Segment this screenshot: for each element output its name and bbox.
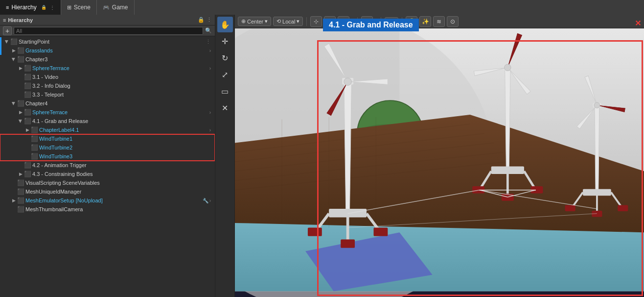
cube-icon-windturbine2: ⬛ xyxy=(31,144,38,151)
tree-item-windturbine2[interactable]: ▶ ⬛ WindTurbine2 xyxy=(0,143,215,152)
cube-icon-constraining: ⬛ xyxy=(24,171,31,177)
cube-icon-windturbine3: ⬛ xyxy=(31,153,38,160)
label-meshthumbnail: MeshThumbnailCamera xyxy=(25,206,211,212)
more-startingpoint[interactable]: ⋮ xyxy=(204,39,211,45)
label-grasslands: Grasslands xyxy=(25,48,208,53)
search-bar: + 🔍 xyxy=(0,25,215,36)
scene-canvas xyxy=(235,15,644,297)
tree-item-animtrigger[interactable]: ▶ ⬛ 4.2 - Animation Trigger xyxy=(0,161,215,170)
label-visualscripting: VisualScripting SceneVariables xyxy=(25,180,211,186)
svg-marker-45 xyxy=(595,105,599,193)
arrow-chapterlabel41[interactable]: ▶ xyxy=(24,126,31,133)
tab-hierarchy[interactable]: ≡ Hierarchy 🔒 ⋮ xyxy=(0,0,61,15)
cube-icon-chapter3: ⬛ xyxy=(17,56,24,63)
label-constraining: 4.3 - Constraining Bodies xyxy=(32,171,211,177)
tree-item-chapter4[interactable]: ▶ ⬛ Chapter4 xyxy=(0,99,215,108)
cube-icon-startingpoint: ⬛ xyxy=(10,38,17,45)
tree-item-meshthumbnail[interactable]: ▶ ⬛ MeshThumbnailCamera xyxy=(0,205,215,214)
hierarchy-header-icon: ≡ xyxy=(3,17,6,23)
label-windturbine1: WindTurbine1 xyxy=(39,136,211,142)
tree-item-meshuniqueid[interactable]: ▶ ⬛ MeshUniqueIdManager xyxy=(0,187,215,196)
panel-header-icons: 🔒 ⋮ xyxy=(198,17,212,23)
search-icon[interactable]: 🔍 xyxy=(205,27,212,34)
tree-item-windturbine1[interactable]: ▶ ⬛ WindTurbine1 xyxy=(0,134,215,143)
tree-item-teleport[interactable]: ▶ ⬛ 3.3 - Teleport xyxy=(0,90,215,99)
tree-item-meshemulator[interactable]: ▶ ⬛ MeshEmulatorSetup [NoUpload] 🔧 › xyxy=(0,196,215,205)
overlay-button[interactable]: ≋ xyxy=(433,16,445,27)
rect-tool-button[interactable]: ▭ xyxy=(217,83,233,99)
chevron-meshemulator: › xyxy=(209,198,211,203)
hand-tool-button[interactable]: ✋ xyxy=(217,17,233,32)
arrow-chapter3[interactable]: ▶ xyxy=(10,56,17,63)
cube-icon-grasslands: ⬛ xyxy=(17,47,24,54)
cube-icon-infodialog: ⬛ xyxy=(24,82,31,89)
arrow-constraining[interactable]: ▶ xyxy=(17,171,24,177)
hierarchy-header: ≡ Hierarchy 🔒 ⋮ xyxy=(0,15,215,25)
more-icon[interactable]: ⋮ xyxy=(207,17,212,23)
tree-item-sphereterrace1[interactable]: ▶ ⬛ SphereTerrrace › xyxy=(0,64,215,73)
tree-item-chapter3[interactable]: ▶ ⬛ Chapter3 xyxy=(0,55,215,64)
tree-item-chapterlabel41[interactable]: ▶ ⬛ ChapterLabel4.1 › xyxy=(0,125,215,134)
tree-item-grabrelease[interactable]: ▶ ⬛ 4.1 - Grab and Release xyxy=(0,117,215,125)
local-button[interactable]: ⟲ Local ▾ xyxy=(273,17,303,26)
cube-icon-animtrigger: ⬛ xyxy=(24,162,31,169)
move-snapping-button[interactable]: ⊹ xyxy=(310,16,322,27)
cube-icon-meshthumbnail: ⬛ xyxy=(17,206,24,213)
cube-icon-teleport: ⬛ xyxy=(24,91,31,98)
local-chevron: ▾ xyxy=(297,18,299,25)
svg-point-57 xyxy=(594,102,600,108)
hierarchy-menu-icon: ≡ xyxy=(6,4,9,10)
search-input[interactable] xyxy=(14,27,203,35)
tab-scene[interactable]: ⊞ Scene xyxy=(61,0,97,15)
hierarchy-lock-icon: 🔒 xyxy=(41,5,46,10)
arrow-grasslands[interactable]: ▶ xyxy=(10,47,17,54)
label-grabrelease: 4.1 - Grab and Release xyxy=(32,118,211,124)
center-button[interactable]: ⊕ Center ▾ xyxy=(238,17,271,26)
tree-item-constraining[interactable]: ▶ ⬛ 4.3 - Constraining Bodies xyxy=(0,170,215,178)
lock-icon[interactable]: 🔒 xyxy=(198,17,205,23)
arrow-meshemulator[interactable]: ▶ xyxy=(10,197,17,204)
arrow-chapter4[interactable]: ▶ xyxy=(10,100,17,107)
cube-icon-meshuniqueid: ⬛ xyxy=(17,188,24,195)
label-animtrigger: 4.2 - Animation Trigger xyxy=(32,162,211,168)
label-windturbine3: WindTurbine3 xyxy=(39,153,211,159)
blue-bar xyxy=(0,37,1,46)
tree-item-grasslands[interactable]: ▶ ⬛ Grasslands › xyxy=(0,46,215,55)
top-tabs: ≡ Hierarchy 🔒 ⋮ ⊞ Scene 🎮 Game xyxy=(0,0,644,15)
tree-item-sphereterrace2[interactable]: ▶ ⬛ SphereTerrace › xyxy=(0,108,215,117)
fx-button[interactable]: ✨ xyxy=(419,16,431,27)
tab-game[interactable]: 🎮 Game xyxy=(97,0,135,15)
hierarchy-tree: ▶ ⬛ StartingPoint ⋮ ▶ ⬛ Grasslands › ▶ ⬛ xyxy=(0,36,215,297)
arrow-sphereterrace2[interactable]: ▶ xyxy=(17,109,24,116)
cube-icon-windturbine1: ⬛ xyxy=(31,135,38,142)
rotate-tool-button[interactable]: ↻ xyxy=(217,50,233,66)
mesh-extra-icon: 🔧 xyxy=(203,198,208,203)
tree-item-infodialog[interactable]: ▶ ⬛ 3.2 - Info Dialog xyxy=(0,81,215,90)
close-button[interactable]: ✕ xyxy=(635,19,641,28)
hierarchy-more-icon[interactable]: ⋮ xyxy=(50,5,55,10)
arrow-grabrelease[interactable]: ▶ xyxy=(17,118,24,124)
arrow-sphereterrace1[interactable]: ▶ xyxy=(17,65,24,72)
tools-panel: ✋ ✛ ↻ ⤢ ▭ ✕ xyxy=(215,15,235,297)
move-tool-button[interactable]: ✛ xyxy=(217,33,233,49)
label-chapter3: Chapter3 xyxy=(25,56,211,62)
scene-svg xyxy=(235,15,644,297)
label-startingpoint: StartingPoint xyxy=(19,39,204,45)
tree-item-visualscripting[interactable]: ▶ ⬛ VisualScripting SceneVariables xyxy=(0,178,215,187)
add-button[interactable]: + xyxy=(3,26,12,35)
arrow-startingpoint[interactable]: ▶ xyxy=(3,38,10,45)
tree-item-windturbine3[interactable]: ▶ ⬛ WindTurbine3 xyxy=(0,152,215,161)
scene-view: 4.1 - Grab and Release ✕ ✋ ✛ ↻ ⤢ ▭ ✕ xyxy=(215,15,644,297)
svg-rect-21 xyxy=(308,228,322,236)
svg-rect-30 xyxy=(491,167,524,174)
main-content: ≡ Hierarchy 🔒 ⋮ + 🔍 ▶ ⬛ StartingPoint ⋮ xyxy=(0,15,644,297)
label-meshuniqueid: MeshUniqueIdManager xyxy=(25,189,211,195)
tree-item-startingpoint[interactable]: ▶ ⬛ StartingPoint ⋮ xyxy=(0,37,215,46)
tree-item-video[interactable]: ▶ ⬛ 3.1 - Video xyxy=(0,73,215,81)
scale-tool-button[interactable]: ⤢ xyxy=(217,67,233,82)
label-meshemulator: MeshEmulatorSetup [NoUpload] xyxy=(25,198,203,203)
label-sphereterrace2: SphereTerrace xyxy=(32,109,208,115)
transform-tool-button[interactable]: ✕ xyxy=(217,100,233,116)
tab-game-label: Game xyxy=(112,4,128,11)
gizmo-button[interactable]: ⊙ xyxy=(447,16,459,27)
